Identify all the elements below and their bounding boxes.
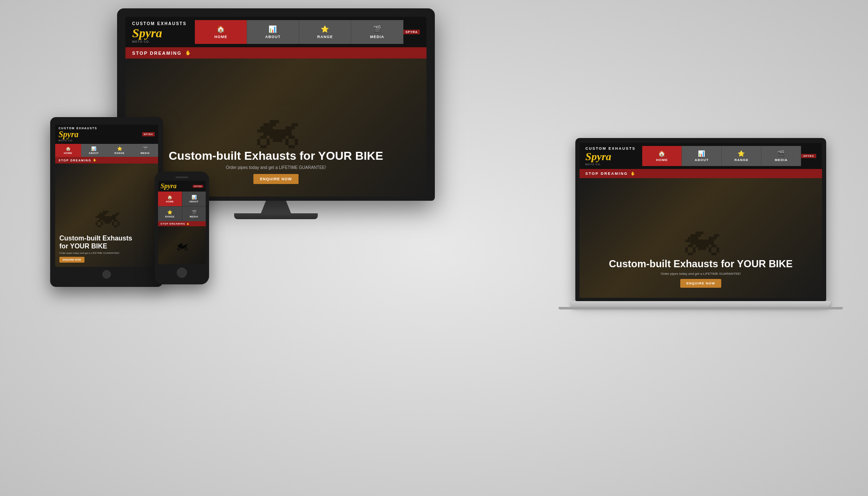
- tablet-brand-area: CUSTOM EXHAUSTS Spyra MOTO CO.: [59, 127, 97, 142]
- laptop-logo-badge: SPYRA: [801, 154, 816, 158]
- phone-moto-bg: 🏍: [158, 226, 206, 264]
- laptop-base-bottom: [559, 307, 843, 309]
- phone-nav-media[interactable]: 🎬 MEDIA: [182, 207, 206, 221]
- desktop-nav-home-label: HOME: [214, 35, 227, 39]
- tablet-nav-home[interactable]: 🏠 HOME: [55, 144, 81, 157]
- phone-home-button[interactable]: [177, 268, 187, 278]
- tablet-brand-text: CUSTOM EXHAUSTS: [59, 127, 97, 130]
- desktop-nav-range-label: RANGE: [317, 35, 333, 39]
- tablet-home-icon: 🏠: [66, 146, 71, 151]
- tablet-logo: Spyra: [59, 130, 97, 139]
- laptop-brand-area: CUSTOM EXHAUSTS Spyra MOTO CO.: [585, 146, 636, 166]
- phone-stop-dreaming-text: STOP DREAMING: [161, 222, 185, 225]
- stop-dreaming-icon: ✋: [185, 50, 192, 56]
- tablet-nav-about[interactable]: 📊 ABOUT: [81, 144, 107, 157]
- desktop-nav-about-label: ABOUT: [265, 35, 281, 39]
- phone-nav-range[interactable]: ⭐ RANGE: [158, 207, 182, 221]
- laptop-brand-text: CUSTOM EXHAUSTS: [585, 146, 636, 151]
- laptop-about-icon: 📊: [698, 150, 705, 157]
- laptop-stop-bar: STOP DREAMING ✋: [580, 169, 822, 178]
- tablet-logo-sub: MOTO CO.: [59, 139, 97, 142]
- laptop-logo: Spyra: [585, 151, 636, 163]
- laptop-nav-home[interactable]: 🏠 HOME: [642, 146, 682, 166]
- tablet-device: CUSTOM EXHAUSTS Spyra MOTO CO. SPYRA 🏠 H…: [50, 117, 163, 287]
- desktop-brand-area: CUSTOM EXHAUSTS Spyra MOTO CO.: [132, 21, 186, 43]
- laptop-base: [571, 301, 830, 307]
- desktop-stop-dreaming-text: STOP DREAMING: [132, 51, 182, 56]
- tablet-about-icon: 📊: [91, 146, 97, 151]
- desktop-logo: Spyra: [132, 26, 186, 40]
- laptop-nav: 🏠 HOME 📊 ABOUT ⭐ RANGE 🎬 MEDIA: [642, 146, 801, 166]
- tablet-hero-subtitle: Order pipes today and get a LIFETIME GUA…: [59, 252, 120, 254]
- monitor-base: [234, 213, 318, 219]
- tablet-screen: CUSTOM EXHAUSTS Spyra MOTO CO. SPYRA 🏠 H…: [55, 125, 158, 267]
- laptop-enquire-button[interactable]: ENQUIRE NOW: [680, 279, 721, 288]
- range-icon: ⭐: [321, 25, 329, 33]
- laptop-media-icon: 🎬: [777, 150, 785, 157]
- desktop-enquire-button[interactable]: ENQUIRE NOW: [253, 174, 299, 184]
- tablet-media-icon: 🎬: [143, 146, 148, 151]
- about-icon: 📊: [268, 25, 277, 33]
- laptop-header: CUSTOM EXHAUSTS Spyra MOTO CO. 🏠 HOME 📊 …: [580, 143, 822, 169]
- tablet-header: CUSTOM EXHAUSTS Spyra MOTO CO. SPYRA: [55, 125, 158, 144]
- phone-device: Spyra SPYRA 🏠 HOME 📊 ABOUT ⭐ RANGE �: [155, 171, 209, 284]
- tablet-moto-bg: 🏍: [55, 164, 158, 267]
- home-icon: 🏠: [217, 25, 225, 33]
- laptop-hero-title: Custom-built Exhausts for YOUR BIKE: [609, 258, 793, 270]
- desktop-logo-badge: SPYRA: [403, 30, 420, 34]
- laptop-nav-about[interactable]: 📊 ABOUT: [682, 146, 722, 166]
- desktop-nav-media-label: MEDIA: [370, 35, 384, 39]
- desktop-logo-sub: MOTO CO.: [132, 40, 186, 43]
- desktop-header: CUSTOM EXHAUSTS Spyra MOTO CO. 🏠 HOME 📊 …: [125, 17, 426, 47]
- phone-nav: 🏠 HOME 📊 ABOUT ⭐ RANGE 🎬 MEDIA: [158, 192, 206, 221]
- tablet-nav: 🏠 HOME 📊 ABOUT ⭐ RANGE 🎬 MEDIA: [55, 144, 158, 157]
- laptop-stop-dreaming-text: STOP DREAMING: [585, 171, 628, 176]
- desktop-stop-bar: STOP DREAMING ✋: [125, 47, 426, 59]
- phone-media-icon: 🎬: [191, 210, 197, 215]
- phone-stop-bar: STOP DREAMING ✋: [158, 221, 206, 226]
- laptop-hero: 🏍 Custom-built Exhausts for YOUR BIKE Or…: [580, 178, 822, 298]
- desktop-nav-home[interactable]: 🏠 HOME: [195, 20, 247, 44]
- laptop-nav-media[interactable]: 🎬 MEDIA: [761, 146, 801, 166]
- laptop-nav-range[interactable]: ⭐ RANGE: [722, 146, 761, 166]
- laptop-stop-icon: ✋: [631, 171, 636, 176]
- tablet-hero-title: Custom-built Exhaustsfor YOUR BIKE: [59, 234, 132, 250]
- tablet-range-icon: ⭐: [117, 146, 123, 151]
- laptop-screen: CUSTOM EXHAUSTS Spyra MOTO CO. 🏠 HOME 📊 …: [580, 143, 822, 298]
- phone-range-icon: ⭐: [167, 210, 173, 215]
- desktop-hero-subtitle: Order pipes today and get a LIFETIME GUA…: [226, 165, 326, 170]
- phone-nav-home[interactable]: 🏠 HOME: [158, 192, 182, 206]
- tablet-stop-bar: STOP DREAMING ✋: [55, 157, 158, 164]
- tablet-hero: 🏍 Custom-built Exhaustsfor YOUR BIKE Ord…: [55, 164, 158, 267]
- phone-home-icon: 🏠: [167, 195, 173, 199]
- monitor-stand-neck: [251, 201, 301, 213]
- media-icon: 🎬: [373, 25, 382, 33]
- desktop-nav-about[interactable]: 📊 ABOUT: [247, 20, 299, 44]
- phone-speaker: [176, 176, 188, 178]
- desktop-brand-text: CUSTOM EXHAUSTS: [132, 21, 186, 26]
- phone-stop-icon: ✋: [186, 222, 190, 225]
- laptop-range-icon: ⭐: [738, 150, 745, 157]
- desktop-nav: 🏠 HOME 📊 ABOUT ⭐ RANGE 🎬 MEDIA: [195, 20, 403, 44]
- tablet-nav-range[interactable]: ⭐ RANGE: [107, 144, 133, 157]
- tablet-stop-icon: ✋: [93, 159, 97, 162]
- tablet-home-button[interactable]: [102, 270, 111, 279]
- laptop-logo-sub: MOTO CO.: [585, 163, 636, 166]
- tablet-enquire-button[interactable]: ENQUIRE NOW: [59, 257, 84, 263]
- phone-screen: Spyra SPYRA 🏠 HOME 📊 ABOUT ⭐ RANGE �: [158, 181, 206, 264]
- laptop-device: CUSTOM EXHAUSTS Spyra MOTO CO. 🏠 HOME 📊 …: [575, 138, 843, 309]
- monitor-screen: CUSTOM EXHAUSTS Spyra MOTO CO. 🏠 HOME 📊 …: [125, 17, 426, 197]
- laptop-hero-subtitle: Order pipes today and get a LIFETIME GUA…: [661, 272, 741, 276]
- tablet-logo-badge: SPYRA: [142, 132, 155, 136]
- desktop-nav-range[interactable]: ⭐ RANGE: [299, 20, 352, 44]
- desktop-nav-media[interactable]: 🎬 MEDIA: [351, 20, 403, 44]
- tablet-nav-media[interactable]: 🎬 MEDIA: [133, 144, 158, 157]
- phone-nav-about[interactable]: 📊 ABOUT: [182, 192, 206, 206]
- phone-logo-badge: SPYRA: [193, 185, 203, 188]
- phone-logo: Spyra: [161, 182, 176, 190]
- laptop-home-icon: 🏠: [658, 150, 666, 157]
- phone-about-icon: 📊: [191, 195, 197, 199]
- desktop-hero-title: Custom-built Exhausts for YOUR BIKE: [169, 149, 383, 163]
- phone-header: Spyra SPYRA: [158, 181, 206, 192]
- tablet-stop-dreaming-text: STOP DREAMING: [59, 159, 91, 162]
